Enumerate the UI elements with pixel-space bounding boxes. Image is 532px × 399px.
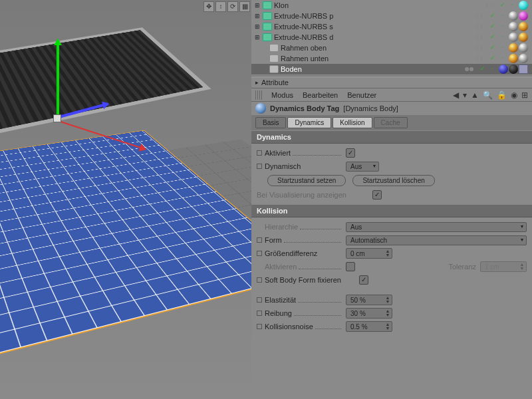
spinner-groesse[interactable]: 0 cm▲▼ (346, 248, 392, 259)
dropdown-form[interactable]: Automatisch (346, 235, 527, 245)
dynamics-tag-icon[interactable] (519, 65, 528, 74)
nav-dropdown-icon[interactable]: ▾ (463, 90, 467, 100)
material-ball[interactable] (509, 54, 518, 63)
visibility-icon[interactable]: ✓ (489, 12, 497, 20)
tab-basis[interactable]: Basis (255, 117, 286, 128)
object-row[interactable]: Boden✓· (251, 64, 532, 74)
material-ball[interactable] (519, 54, 528, 63)
material-tags[interactable] (509, 11, 532, 21)
material-ball[interactable] (519, 22, 528, 31)
menu-modus[interactable]: Modus (271, 91, 293, 99)
spinner-reibung[interactable]: 30 %▲▼ (346, 308, 392, 319)
nav-up-icon[interactable]: ▲ (471, 90, 479, 100)
visibility-icon[interactable]: ✓ (489, 23, 497, 31)
dropdown-dynamisch[interactable]: Aus (346, 162, 379, 172)
vp-layout-icon[interactable]: ▦ (239, 1, 250, 12)
visibility-icon[interactable]: ✓ (489, 44, 497, 52)
checkbox-softbody[interactable]: ✓ (359, 275, 368, 285)
gizmo-origin[interactable] (53, 114, 61, 122)
object-type-icon (269, 44, 279, 52)
tab-dynamics[interactable]: Dynamics (287, 117, 331, 128)
material-ball[interactable] (509, 33, 518, 42)
btn-startzustand-loeschen[interactable]: Startzustand löschen (352, 175, 434, 186)
render-icon[interactable]: · (488, 65, 496, 73)
material-ball[interactable] (509, 22, 518, 31)
material-tags[interactable] (519, 1, 532, 10)
material-tags[interactable] (509, 22, 532, 31)
material-tags[interactable] (509, 43, 532, 53)
checkbox-visualize[interactable]: ✓ (372, 190, 382, 200)
layer-dots[interactable] (472, 35, 486, 39)
render-icon[interactable]: · (498, 23, 506, 31)
material-ball[interactable] (519, 11, 528, 21)
render-icon[interactable]: · (498, 44, 506, 52)
tab-cache[interactable]: Cache (374, 117, 408, 128)
search-icon[interactable]: 🔍 (483, 90, 493, 100)
object-row[interactable]: Rahmen unten✓· (251, 53, 532, 64)
material-ball[interactable] (499, 65, 508, 74)
checkbox-aktiviert[interactable]: ✓ (346, 148, 355, 158)
material-ball[interactable] (519, 33, 528, 42)
material-tags[interactable] (509, 54, 532, 63)
object-row[interactable]: Rahmen oben✓· (251, 43, 532, 53)
object-manager[interactable]: ⊞Klon✓·⊞Extrude-NURBS p✓·⊞Extrude-NURBS … (251, 0, 532, 76)
render-icon[interactable]: · (498, 55, 506, 63)
vp-move-icon[interactable]: ✥ (203, 1, 214, 12)
vp-rotate-icon[interactable]: ⟳ (227, 1, 238, 12)
layer-dots[interactable] (472, 14, 486, 18)
object-type-icon (263, 1, 272, 9)
object-row[interactable]: ⊞Extrude-NURBS p✓· (251, 11, 532, 21)
scene-render (0, 13, 251, 399)
expand-icon[interactable]: ⊞ (254, 23, 261, 30)
disclosure-icon[interactable]: ▸ (255, 79, 259, 86)
tag-name: Dynamics Body Tag (270, 104, 339, 112)
tab-kollision[interactable]: Kollision (332, 117, 372, 128)
expand-icon[interactable]: ⊞ (254, 2, 261, 9)
material-tags[interactable] (509, 33, 532, 42)
material-ball[interactable] (509, 11, 518, 21)
spinner-kollisionsnoise[interactable]: 0.5 %▲▼ (346, 321, 392, 332)
layer-dots[interactable] (472, 57, 486, 61)
object-row[interactable]: ⊞Extrude-NURBS d✓· (251, 32, 532, 43)
mesh-object[interactable] (0, 27, 211, 138)
lock-icon[interactable]: 🔒 (497, 90, 507, 100)
spinner-elastizitaet[interactable]: 50 %▲▼ (346, 295, 392, 305)
menu-benutzer[interactable]: Benutzer (347, 91, 376, 99)
nav-back-icon[interactable]: ◀ (453, 90, 459, 100)
material-ball[interactable] (519, 43, 528, 53)
visibility-icon[interactable]: ✓ (479, 65, 487, 73)
render-icon[interactable]: · (498, 12, 506, 20)
material-ball[interactable] (509, 65, 518, 74)
label-aktiviert: Aktiviert (265, 149, 291, 157)
attribute-header: ▸ Attribute (251, 76, 532, 88)
vp-zoom-icon[interactable]: ↕ (215, 1, 226, 12)
dynamics-props: Aktiviert ✓ Dynamisch Aus Startzustand s… (251, 144, 532, 204)
render-icon[interactable]: · (508, 1, 516, 9)
expand-icon[interactable]: ⊞ (254, 13, 261, 19)
viewport-3d[interactable]: ✥ ↕ ⟳ ▦ (0, 0, 251, 399)
layer-dots[interactable] (462, 67, 476, 71)
material-ball[interactable] (519, 1, 528, 10)
more-icon[interactable]: ⊞ (521, 90, 528, 100)
object-row[interactable]: ⊞Klon✓· (251, 0, 532, 11)
new-icon[interactable]: ◉ (511, 90, 517, 100)
material-tags[interactable] (499, 65, 532, 74)
menu-bearbeiten[interactable]: Bearbeiten (303, 91, 338, 99)
btn-startzustand-setzen[interactable]: Startzustand setzen (267, 175, 346, 186)
gizmo-y-axis[interactable] (57, 40, 59, 120)
checkbox-aktivieren[interactable] (346, 262, 355, 271)
visibility-icon[interactable]: ✓ (499, 1, 507, 9)
layer-dots[interactable] (472, 25, 486, 29)
label-reibung: Reibung (265, 309, 292, 317)
layer-dots[interactable] (472, 46, 486, 50)
layer-dots[interactable] (482, 3, 496, 7)
visibility-icon[interactable]: ✓ (489, 33, 497, 41)
dropdown-hierarchie[interactable]: Aus (346, 222, 527, 232)
render-icon[interactable]: · (498, 33, 506, 41)
expand-icon[interactable]: ⊞ (254, 34, 261, 41)
grip-icon[interactable] (255, 90, 262, 100)
material-ball[interactable] (509, 43, 518, 53)
visibility-icon[interactable]: ✓ (489, 55, 497, 63)
label-form: Form (265, 236, 282, 244)
object-row[interactable]: ⊞Extrude-NURBS s✓· (251, 21, 532, 32)
